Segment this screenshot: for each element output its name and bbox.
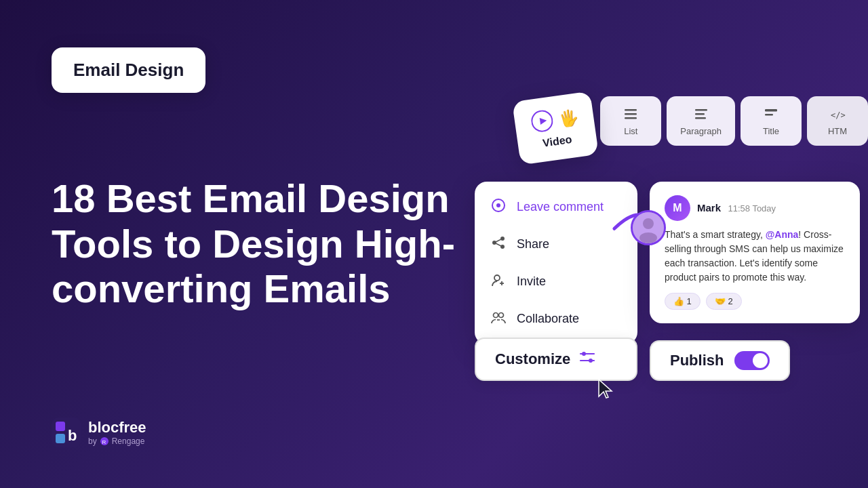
invite-icon xyxy=(491,272,506,291)
svg-rect-13 xyxy=(695,113,705,115)
context-share-label: Share xyxy=(517,237,549,251)
svg-text:🖐: 🖐 xyxy=(557,107,578,128)
avatar-on-arrow xyxy=(631,210,666,245)
context-menu-collaborate[interactable]: Collaborate xyxy=(475,300,637,338)
logo-sub: by R Rengage xyxy=(88,436,146,446)
reaction-handshake[interactable]: 🤝 2 xyxy=(706,293,742,310)
svg-point-19 xyxy=(496,203,500,207)
toolbar-area: 🖐 Video List Paragraph Title </> xyxy=(516,96,868,160)
blocfree-logo-icon: b xyxy=(52,418,81,447)
logo-text: blocfree by R Rengage xyxy=(88,419,146,446)
context-leave-comment-label: Leave comment xyxy=(517,200,604,214)
comment-reactions: 👍 1 🤝 2 xyxy=(665,293,845,310)
mouse-cursor xyxy=(597,378,617,407)
svg-rect-11 xyxy=(625,117,637,119)
svg-text:</>: </> xyxy=(831,110,846,120)
toolbar-list-label: List xyxy=(624,126,637,136)
paragraph-icon xyxy=(693,106,709,122)
video-card-icons: 🖐 xyxy=(530,106,579,134)
comment-author: Mark xyxy=(697,202,721,214)
svg-text:b: b xyxy=(68,427,77,444)
customize-icon xyxy=(578,348,596,370)
context-invite-label: Invite xyxy=(517,274,546,289)
share-icon xyxy=(491,235,506,253)
comment-mention: @Anna xyxy=(766,229,799,240)
toolbar-html-label: HTM xyxy=(828,126,847,136)
svg-point-37 xyxy=(589,359,593,363)
html-icon: </> xyxy=(829,106,846,122)
rengage-logo-mini: R xyxy=(100,436,109,446)
email-design-badge: Email Design xyxy=(52,47,205,93)
svg-point-29 xyxy=(499,313,504,318)
svg-text:R: R xyxy=(102,439,106,445)
logo-name: blocfree xyxy=(88,419,146,436)
svg-rect-15 xyxy=(765,109,777,112)
customize-button[interactable]: Customize xyxy=(475,338,637,381)
logo-area: b blocfree by R Rengage xyxy=(52,418,146,447)
customize-label: Customize xyxy=(495,350,570,368)
toolbar-html-item[interactable]: </> HTM xyxy=(807,96,868,146)
svg-point-33 xyxy=(639,232,657,243)
svg-marker-7 xyxy=(540,117,547,125)
toolbar-paragraph-item[interactable]: Paragraph xyxy=(667,96,735,146)
main-heading: 18 Best Email Design Tools to Design Hig… xyxy=(52,176,458,312)
svg-rect-1 xyxy=(56,422,65,431)
list-icon xyxy=(623,106,639,122)
svg-point-28 xyxy=(494,313,498,318)
collaborate-icon xyxy=(491,310,506,328)
play-circle-icon xyxy=(530,109,555,134)
svg-rect-14 xyxy=(695,117,706,119)
publish-button[interactable]: Publish xyxy=(650,340,790,381)
svg-point-25 xyxy=(494,275,500,281)
svg-rect-2 xyxy=(56,434,65,443)
toggle-switch[interactable] xyxy=(734,351,770,370)
comment-time: 11:58 Today xyxy=(728,203,776,214)
context-collaborate-label: Collaborate xyxy=(517,312,579,326)
svg-rect-12 xyxy=(695,109,707,111)
svg-point-32 xyxy=(643,218,654,229)
reaction-thumbs-up[interactable]: 👍 1 xyxy=(665,293,701,310)
svg-line-24 xyxy=(494,243,502,247)
hand-icon: 🖐 xyxy=(557,107,578,129)
context-menu-invite[interactable]: Invite xyxy=(475,263,637,300)
badge-label: Email Design xyxy=(73,60,184,80)
title-icon xyxy=(763,106,779,122)
toolbar-paragraph-label: Paragraph xyxy=(680,126,722,136)
comment-card: M Mark 11:58 Today That's a smart strate… xyxy=(650,182,860,323)
context-menu: Leave comment Share Invite xyxy=(475,182,637,344)
comment-text: That's a smart strategy, @Anna! Cross-se… xyxy=(665,228,845,285)
svg-point-35 xyxy=(582,352,586,356)
comment-icon xyxy=(491,198,506,216)
svg-rect-9 xyxy=(625,109,637,111)
publish-label: Publish xyxy=(670,352,724,369)
toolbar-title-item[interactable]: Title xyxy=(741,96,802,146)
toggle-knob xyxy=(753,353,768,368)
toolbar-list-item[interactable]: List xyxy=(600,96,661,146)
toolbar-video-card[interactable]: 🖐 Video xyxy=(512,91,599,165)
toolbar-title-label: Title xyxy=(763,126,779,136)
svg-rect-10 xyxy=(625,113,637,115)
svg-rect-16 xyxy=(765,114,773,116)
svg-line-23 xyxy=(494,239,502,243)
comment-header: M Mark 11:58 Today xyxy=(665,195,845,221)
heading-text: 18 Best Email Design Tools to Design Hig… xyxy=(52,176,455,310)
toolbar-video-label: Video xyxy=(542,134,572,150)
comment-avatar: M xyxy=(665,195,690,221)
